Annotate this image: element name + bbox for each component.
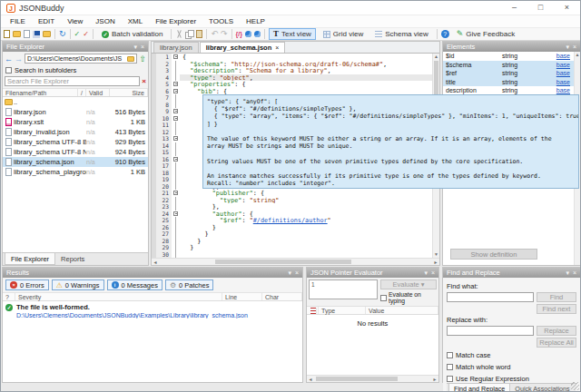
fold-margin[interactable] <box>172 251 180 259</box>
close-icon[interactable]: × <box>573 268 576 278</box>
redo-icon[interactable]: ↷ <box>221 30 228 38</box>
dock-tab-file-explorer[interactable]: File Explorer <box>5 253 55 265</box>
copy-icon[interactable] <box>185 30 193 38</box>
editor-line[interactable]: 21"publisher": { <box>152 190 439 197</box>
back-icon[interactable]: ← <box>5 54 13 64</box>
fold-collapse-icon[interactable] <box>173 157 178 162</box>
save-all-icon[interactable] <box>43 31 51 37</box>
editor-line[interactable]: 27} <box>152 230 439 238</box>
editor-line[interactable]: 22"type": "string" <box>152 197 439 204</box>
save-icon[interactable] <box>33 31 40 38</box>
check-wellformed-icon[interactable]: ✓ <box>74 30 81 38</box>
scroll-left-icon[interactable]: ◄ <box>307 376 314 383</box>
column-header[interactable]: Filename/Path <box>3 89 78 96</box>
fold-margin[interactable] <box>172 197 180 204</box>
fold-margin[interactable] <box>172 102 180 109</box>
message-filter-button[interactable]: i0 Messages <box>107 279 162 290</box>
close-icon[interactable]: × <box>141 42 144 52</box>
editor-line[interactable]: 28} <box>152 238 439 245</box>
close-icon[interactable]: × <box>431 268 435 278</box>
scroll-left-icon[interactable]: ◄ <box>152 259 159 266</box>
scroll-down-icon[interactable]: ▼ <box>433 251 439 258</box>
patch-filter-button[interactable]: ⚙0 Patches <box>165 279 214 290</box>
fold-margin[interactable] <box>172 244 180 251</box>
fold-margin[interactable] <box>172 190 180 197</box>
fold-margin[interactable] <box>172 203 180 211</box>
editor-line[interactable]: 30 <box>152 251 439 259</box>
element-base-link[interactable]: base <box>556 61 574 70</box>
results-column-header[interactable]: Char <box>262 293 302 300</box>
fold-collapse-icon[interactable] <box>173 211 178 216</box>
show-definition-button[interactable]: Show definition <box>450 249 537 260</box>
evaluate-on-typing-checkbox[interactable] <box>380 295 387 301</box>
chevron-down-icon[interactable]: ▾ <box>424 268 428 278</box>
scroll-right-icon[interactable]: ► <box>432 259 439 266</box>
editor-horizontal-scrollbar[interactable]: ◄ ► <box>152 258 439 265</box>
clear-search-icon[interactable]: × <box>142 77 146 85</box>
element-row[interactable]: $refstringbase <box>443 69 574 78</box>
file-row[interactable]: library_schema_playground.jsonn/a1 KB <box>3 167 148 177</box>
pointer-tool-icon[interactable] <box>245 31 251 37</box>
menu-help[interactable]: HELP <box>240 15 271 27</box>
fold-margin[interactable] <box>172 54 180 61</box>
checkbox[interactable] <box>447 364 453 370</box>
close-icon[interactable]: × <box>295 268 299 278</box>
error-filter-button[interactable]: ×0 Errors <box>5 279 49 290</box>
editor-line[interactable]: 6"bib": { <box>152 88 439 95</box>
scroll-thumb[interactable] <box>316 377 398 381</box>
fold-margin[interactable] <box>172 135 180 142</box>
fold-margin[interactable] <box>172 238 180 245</box>
file-row[interactable]: library_schema UTF-8 NO BO...n/a924 Byte… <box>3 147 148 157</box>
editor-line[interactable]: 23}, <box>152 203 439 211</box>
column-header[interactable]: / <box>78 89 86 96</box>
file-row[interactable]: library_invalid.jsonn/a413 Bytes <box>3 127 148 137</box>
grid-view-button[interactable]: Grid view <box>319 28 368 40</box>
give-feedback-button[interactable]: ✎ Give Feedback <box>452 28 519 40</box>
fold-margin[interactable] <box>172 142 180 150</box>
find-next-button[interactable]: Find next <box>537 304 576 314</box>
fold-margin[interactable] <box>172 170 180 177</box>
editor-line[interactable]: 3"description": "Schema for a library", <box>152 67 439 74</box>
fold-margin[interactable] <box>172 129 180 136</box>
chevron-down-icon[interactable]: ▾ <box>288 268 291 278</box>
editor-tab[interactable]: library.json <box>153 42 199 53</box>
scroll-right-icon[interactable]: ► <box>431 376 438 383</box>
editor-line[interactable]: 2"$schema": "http://json-schema.org/draf… <box>152 61 439 68</box>
editor-line[interactable]: 5"properties": { <box>152 81 439 88</box>
path-input[interactable]: D:\Users\Clemens\Documents\JS <box>25 54 137 64</box>
fold-margin[interactable] <box>172 122 180 129</box>
fold-collapse-icon[interactable] <box>173 109 178 113</box>
replace-button[interactable]: Replace <box>537 326 576 336</box>
search-subfolders-checkbox[interactable] <box>5 67 12 74</box>
undo-icon[interactable]: ↶ <box>211 30 218 38</box>
file-row[interactable]: library_schema UTF-8 BOM.jsonn/a929 Byte… <box>3 137 148 147</box>
scroll-up-icon[interactable]: ▲ <box>575 52 580 58</box>
file-row[interactable]: library.jsonn/a516 Bytes <box>3 107 148 117</box>
element-base-link[interactable]: base <box>556 52 574 61</box>
fold-margin[interactable] <box>172 108 180 115</box>
fold-margin[interactable] <box>172 67 180 74</box>
editor-line[interactable]: 4"type": "object", <box>152 74 439 82</box>
up-folder-icon[interactable]: ⇧ <box>139 54 146 64</box>
result-row[interactable]: ✓ The file is well-formed. <box>3 301 302 312</box>
pointer-expression-input[interactable]: 1 <box>309 279 378 299</box>
dock-tab-quick-associations[interactable]: Quick Associations <box>510 384 574 392</box>
fold-margin[interactable] <box>172 176 180 183</box>
replace-input[interactable] <box>447 326 534 336</box>
find-button[interactable]: Find <box>537 292 576 302</box>
validate-icon[interactable]: ✓ <box>83 30 89 38</box>
editor-line[interactable]: 29} <box>152 244 439 251</box>
editor-line[interactable]: 1{ <box>152 54 439 61</box>
chevron-down-icon[interactable]: ▾ <box>133 42 137 52</box>
json-syntax-icon[interactable]: {/} <box>236 30 242 38</box>
fold-margin[interactable] <box>172 230 180 238</box>
replace-all-button[interactable]: Replace All <box>537 338 576 348</box>
close-icon[interactable]: × <box>573 42 576 52</box>
text-view-button[interactable]: TText view <box>269 28 316 40</box>
fold-margin[interactable] <box>172 81 180 88</box>
column-header[interactable]: Valid <box>86 89 110 96</box>
element-base-link[interactable]: base <box>556 69 574 78</box>
open-file-icon[interactable] <box>13 31 21 37</box>
maximize-button[interactable]: □ <box>527 1 554 15</box>
column-header[interactable]: Size <box>110 89 148 96</box>
